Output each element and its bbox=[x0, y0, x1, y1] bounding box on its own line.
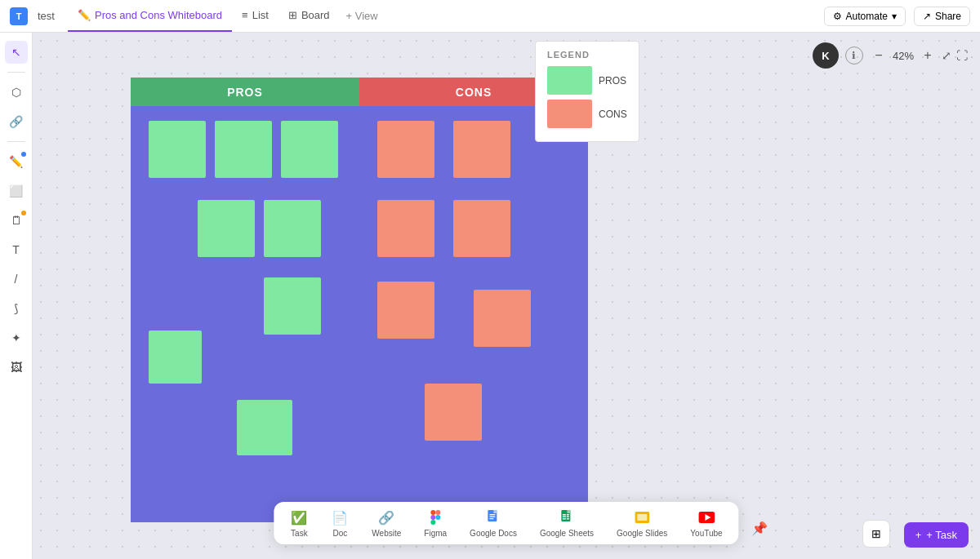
tool-doc[interactable]: 📄 Doc bbox=[331, 508, 349, 538]
google-docs-label: Google Docs bbox=[470, 529, 517, 538]
tool-google-slides[interactable]: Google Slides bbox=[617, 508, 667, 538]
svg-rect-6 bbox=[493, 510, 497, 513]
pros-column: PROS bbox=[131, 78, 359, 522]
sticky-note[interactable] bbox=[453, 200, 510, 257]
text-tool[interactable]: T bbox=[5, 238, 28, 261]
automate-button[interactable]: ⚙ Automate ▾ bbox=[824, 7, 906, 26]
sticky-note[interactable] bbox=[149, 121, 206, 178]
svg-rect-0 bbox=[430, 510, 435, 515]
sticky-note[interactable] bbox=[149, 331, 202, 384]
add-view-button[interactable]: + View bbox=[340, 10, 385, 22]
fullscreen-button[interactable]: ⛶ bbox=[956, 49, 968, 62]
zoom-out-button[interactable]: − bbox=[870, 47, 888, 64]
tool-figma[interactable]: Figma bbox=[424, 508, 447, 538]
legend-swatch-cons bbox=[547, 100, 592, 128]
task-icon: ✅ bbox=[290, 508, 308, 526]
google-sheets-icon bbox=[558, 508, 576, 526]
main-layout: ↖ ⬡ 🔗 ✏️ ⬜ 🗒 T / ⟆ ✦ 🖼 K ℹ − 42% + ⤢ bbox=[0, 33, 980, 559]
sticky-note[interactable] bbox=[453, 121, 510, 178]
svg-point-4 bbox=[435, 515, 440, 520]
svg-rect-14 bbox=[562, 517, 565, 518]
zoom-level: 42% bbox=[893, 50, 914, 62]
divider-1 bbox=[7, 72, 25, 73]
select-tool[interactable]: ↖ bbox=[5, 41, 28, 64]
sticky-tool[interactable]: 🗒 bbox=[5, 209, 28, 232]
connect-tool[interactable]: ⟆ bbox=[5, 297, 28, 320]
magic-tool[interactable]: ✦ bbox=[5, 326, 28, 349]
svg-rect-8 bbox=[489, 517, 495, 517]
pin-button[interactable]: 📌 bbox=[751, 521, 768, 536]
sticky-note[interactable] bbox=[264, 200, 321, 257]
nav-item-board[interactable]: ⊞ Board bbox=[278, 0, 340, 32]
columns-wrapper: PROS bbox=[131, 78, 588, 522]
app-name: test bbox=[38, 10, 55, 22]
cons-column: CONS bbox=[359, 78, 588, 522]
svg-rect-17 bbox=[566, 518, 568, 520]
bottom-toolbar: ✅ Task 📄 Doc 🔗 Website bbox=[274, 502, 738, 544]
google-docs-icon bbox=[484, 508, 502, 526]
info-icon[interactable]: ℹ bbox=[845, 47, 863, 64]
nav-item-list[interactable]: ≡ List bbox=[232, 0, 278, 32]
sticky-note[interactable] bbox=[281, 121, 338, 178]
sticky-note[interactable] bbox=[264, 277, 321, 335]
youtube-label: YouTube bbox=[690, 529, 722, 538]
sticky-note[interactable] bbox=[198, 200, 255, 257]
zoom-in-button[interactable]: + bbox=[919, 47, 937, 64]
svg-rect-13 bbox=[566, 514, 568, 516]
image-tool[interactable]: 🖼 bbox=[5, 356, 28, 379]
shapes-tool[interactable]: ⬡ bbox=[5, 81, 28, 104]
sticky-note[interactable] bbox=[377, 282, 434, 339]
svg-rect-3 bbox=[430, 520, 435, 525]
pros-header: PROS bbox=[131, 78, 359, 106]
google-slides-icon bbox=[633, 508, 651, 526]
zoom-controls: − 42% + ⤢ ⛶ bbox=[870, 47, 968, 64]
sticky-note[interactable] bbox=[215, 121, 272, 178]
legend-title: LEGEND bbox=[547, 50, 627, 60]
svg-rect-11 bbox=[567, 510, 570, 513]
whiteboard-content: PROS bbox=[131, 78, 588, 522]
legend-item-pros: PROS bbox=[547, 66, 627, 95]
legend-box: LEGEND PROS CONS bbox=[535, 41, 639, 142]
google-sheets-label: Google Sheets bbox=[540, 529, 594, 538]
share-button[interactable]: ↗ Share bbox=[914, 7, 970, 26]
sticky-note[interactable] bbox=[377, 121, 434, 178]
tool-task[interactable]: ✅ Task bbox=[290, 508, 308, 538]
sticky-note[interactable] bbox=[377, 200, 434, 257]
task-label: Task bbox=[291, 529, 308, 538]
tool-google-docs[interactable]: Google Docs bbox=[470, 508, 517, 538]
legend-item-cons: CONS bbox=[547, 100, 627, 128]
tool-youtube[interactable]: YouTube bbox=[690, 508, 722, 538]
figma-label: Figma bbox=[424, 529, 447, 538]
sticky-note[interactable] bbox=[474, 290, 531, 347]
tool-website[interactable]: 🔗 Website bbox=[372, 508, 401, 538]
sticky-note[interactable] bbox=[237, 400, 292, 455]
nav-item-whiteboard[interactable]: ✏️ Pros and Cons Whiteboard bbox=[68, 0, 232, 32]
add-task-label: + Task bbox=[926, 529, 957, 541]
divider-2 bbox=[7, 141, 25, 142]
line-tool[interactable]: / bbox=[5, 268, 28, 291]
rectangle-tool[interactable]: ⬜ bbox=[5, 180, 28, 202]
website-icon: 🔗 bbox=[377, 508, 395, 526]
link-tool[interactable]: 🔗 bbox=[5, 110, 28, 133]
topbar-right: ⚙ Automate ▾ ↗ Share bbox=[824, 7, 970, 26]
canvas-area[interactable]: K ℹ − 42% + ⤢ ⛶ PROS bbox=[33, 33, 980, 559]
legend-label-cons: CONS bbox=[599, 109, 627, 120]
topbar-nav: ✏️ Pros and Cons Whiteboard ≡ List ⊞ Boa… bbox=[68, 0, 385, 32]
svg-rect-9 bbox=[489, 518, 493, 519]
add-task-plus: + bbox=[915, 529, 922, 541]
grid-icon-button[interactable]: ⊞ bbox=[862, 520, 890, 548]
topbar: T test ✏️ Pros and Cons Whiteboard ≡ Lis… bbox=[0, 0, 980, 33]
tool-google-sheets[interactable]: Google Sheets bbox=[540, 508, 594, 538]
svg-rect-15 bbox=[566, 517, 568, 518]
figma-icon bbox=[426, 508, 444, 526]
fit-to-screen-button[interactable]: ⤢ bbox=[942, 49, 951, 62]
sticky-note[interactable] bbox=[425, 384, 482, 441]
add-task-button[interactable]: + + Task bbox=[904, 522, 969, 548]
website-label: Website bbox=[372, 529, 401, 538]
svg-rect-12 bbox=[562, 514, 565, 516]
svg-rect-7 bbox=[489, 514, 495, 515]
app-logo: T bbox=[10, 7, 28, 25]
pen-tool[interactable]: ✏️ bbox=[5, 150, 28, 173]
legend-label-pros: PROS bbox=[599, 75, 626, 87]
youtube-icon bbox=[697, 508, 715, 526]
